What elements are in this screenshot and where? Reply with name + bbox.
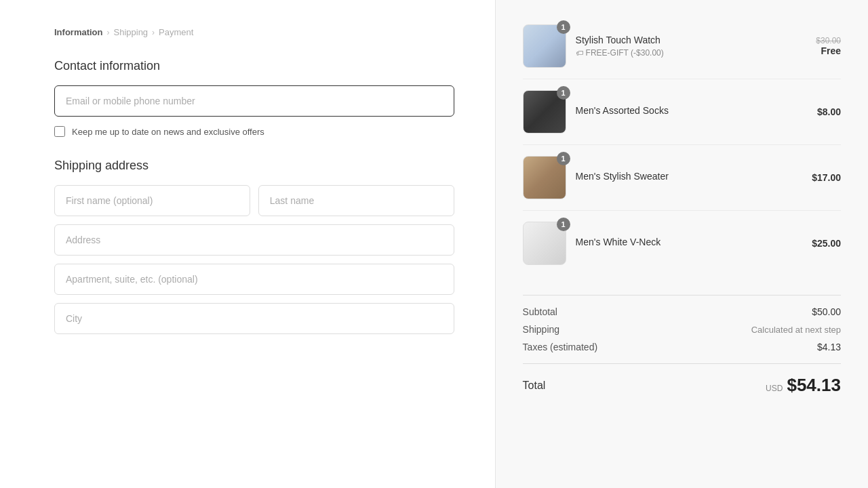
taxes-value: $4.13 [817,342,841,352]
item-image-wrap-sweater: 1 [523,156,566,199]
breadcrumb: Information › Shipping › Payment [54,27,454,37]
item-info-socks: Men's Assorted Socks [576,105,808,119]
item-name-socks: Men's Assorted Socks [576,105,808,116]
item-price-vneck: $25.00 [812,238,841,249]
address-row [54,224,454,256]
email-field[interactable] [54,85,454,117]
item-info-watch: Stylish Touch Watch 🏷 FREE-GIFT (-$30.00… [576,35,807,58]
city-row [54,303,454,334]
total-label: Total [523,380,546,392]
order-summary: Subtotal $50.00 Shipping Calculated at n… [523,295,841,396]
item-info-vneck: Men's White V-Neck [576,237,803,250]
item-price-sweater: $17.00 [812,172,841,183]
item-current-price-watch: Free [816,45,841,56]
item-gift-text-watch: FREE-GIFT (-$30.00) [586,48,664,58]
shipping-section: Shipping address [54,159,454,334]
order-item-vneck: 1 Men's White V-Neck $25.00 [523,211,841,276]
breadcrumb-payment[interactable]: Payment [159,27,193,37]
name-row [54,185,454,216]
subtotal-row: Subtotal $50.00 [523,306,841,317]
item-current-price-socks: $8.00 [817,106,841,117]
order-item-watch: 1 Stylish Touch Watch 🏷 FREE-GIFT (-$30.… [523,14,841,79]
item-name-vneck: Men's White V-Neck [576,237,803,247]
newsletter-row: Keep me up to date on news and exclusive… [54,126,454,137]
item-current-price-vneck: $25.00 [812,238,841,249]
subtotal-value: $50.00 [812,306,841,317]
item-image-wrap-socks: 1 [523,90,566,134]
apartment-row [54,264,454,295]
item-badge-watch: 1 [557,20,570,34]
breadcrumb-information[interactable]: Information [54,27,103,37]
order-items-list: 1 Stylish Touch Watch 🏷 FREE-GIFT (-$30.… [523,14,841,276]
shipping-value: Calculated at next step [751,325,841,335]
item-badge-sweater: 1 [557,152,570,165]
gift-icon-watch: 🏷 [576,49,583,57]
total-currency: USD [766,384,783,393]
shipping-section-title: Shipping address [54,159,454,173]
item-original-price-watch: $30.00 [816,36,841,45]
item-name-sweater: Men's Stylish Sweater [576,171,803,182]
taxes-row: Taxes (estimated) $4.13 [523,342,841,352]
taxes-label: Taxes (estimated) [523,342,597,352]
apartment-field[interactable] [54,264,454,295]
breadcrumb-shipping[interactable]: Shipping [114,27,149,37]
newsletter-label: Keep me up to date on news and exclusive… [72,127,264,137]
item-badge-vneck: 1 [557,218,570,231]
total-value-wrap: USD $54.13 [766,375,841,396]
item-badge-socks: 1 [557,86,570,100]
address-field[interactable] [54,224,454,256]
total-row: Total USD $54.13 [523,363,841,396]
shipping-label: Shipping [523,324,560,335]
total-amount: $54.13 [787,375,841,396]
breadcrumb-sep-1: › [107,28,110,37]
item-info-sweater: Men's Stylish Sweater [576,171,803,184]
contact-section: Contact information Keep me up to date o… [54,59,454,137]
item-image-wrap-watch: 1 [523,24,566,68]
contact-section-title: Contact information [54,59,454,73]
order-item-socks: 1 Men's Assorted Socks $8.00 [523,79,841,145]
item-price-watch: $30.00 Free [816,36,841,56]
newsletter-checkbox[interactable] [54,126,65,137]
subtotal-label: Subtotal [523,306,557,317]
item-current-price-sweater: $17.00 [812,172,841,183]
item-name-watch: Stylish Touch Watch [576,35,807,45]
city-field[interactable] [54,303,454,334]
first-name-field[interactable] [54,185,250,216]
order-summary-panel: 1 Stylish Touch Watch 🏷 FREE-GIFT (-$30.… [495,0,868,488]
shipping-row: Shipping Calculated at next step [523,324,841,335]
breadcrumb-sep-2: › [152,28,155,37]
order-item-sweater: 1 Men's Stylish Sweater $17.00 [523,145,841,211]
item-gift-tag-watch: 🏷 FREE-GIFT (-$30.00) [576,48,807,58]
item-price-socks: $8.00 [817,106,841,117]
item-image-wrap-vneck: 1 [523,222,566,265]
last-name-field[interactable] [258,185,454,216]
checkout-left-panel: Information › Shipping › Payment Contact… [0,0,495,488]
